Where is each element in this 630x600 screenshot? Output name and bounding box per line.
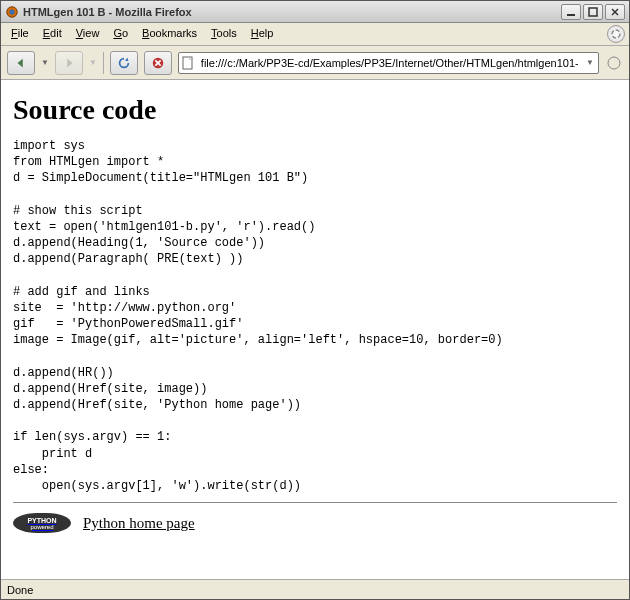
page-icon: [181, 56, 195, 70]
svg-point-6: [612, 30, 620, 38]
chevron-down-icon[interactable]: ▼: [41, 58, 49, 67]
source-code-block: import sys from HTMLgen import * d = Sim…: [13, 138, 617, 494]
dropdown-icon[interactable]: ▼: [584, 58, 596, 67]
minimize-button[interactable]: [561, 4, 581, 20]
menu-view[interactable]: View: [70, 25, 106, 43]
menu-help[interactable]: Help: [245, 25, 280, 43]
page-title: Source code: [13, 94, 617, 126]
url-bar[interactable]: ▼: [178, 52, 599, 74]
python-home-link[interactable]: Python home page: [83, 515, 195, 532]
reload-button[interactable]: [110, 51, 138, 75]
stop-button[interactable]: [144, 51, 172, 75]
close-button[interactable]: [605, 4, 625, 20]
horizontal-rule: [13, 502, 617, 503]
chevron-down-icon[interactable]: ▼: [89, 58, 97, 67]
svg-point-1: [9, 9, 14, 14]
menu-file[interactable]: File: [5, 25, 35, 43]
menubar: File Edit View Go Bookmarks Tools Help: [1, 23, 629, 46]
svg-rect-2: [567, 14, 575, 16]
badge-line1: PYTHON: [27, 517, 56, 524]
app-icon: [5, 5, 19, 19]
browser-window: HTMLgen 101 B - Mozilla Firefox File Edi…: [0, 0, 630, 600]
url-input[interactable]: [199, 56, 580, 70]
toolbar-separator: [103, 52, 104, 74]
statusbar: Done: [1, 579, 629, 599]
maximize-button[interactable]: [583, 4, 603, 20]
status-text: Done: [7, 584, 33, 596]
titlebar: HTMLgen 101 B - Mozilla Firefox: [1, 1, 629, 23]
menu-tools[interactable]: Tools: [205, 25, 243, 43]
go-button[interactable]: [605, 54, 623, 72]
menu-edit[interactable]: Edit: [37, 25, 68, 43]
window-controls: [561, 4, 625, 20]
forward-button[interactable]: [55, 51, 83, 75]
svg-rect-3: [589, 8, 597, 16]
toolbar: ▼ ▼ ▼: [1, 46, 629, 80]
back-button[interactable]: [7, 51, 35, 75]
badge-line2: powered: [30, 524, 53, 530]
menu-go[interactable]: Go: [107, 25, 134, 43]
page-content: Source code import sys from HTMLgen impo…: [1, 80, 629, 579]
throbber-icon: [607, 25, 625, 43]
svg-point-11: [608, 57, 620, 69]
python-powered-badge[interactable]: PYTHON powered: [13, 513, 71, 533]
menu-bookmarks[interactable]: Bookmarks: [136, 25, 203, 43]
window-title: HTMLgen 101 B - Mozilla Firefox: [23, 6, 557, 18]
link-row: PYTHON powered Python home page: [13, 513, 617, 533]
